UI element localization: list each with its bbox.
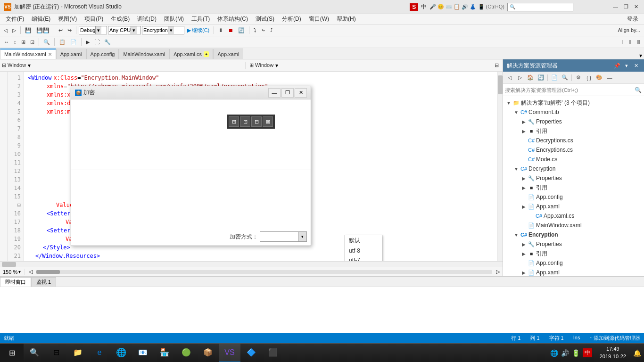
tab-app-xaml-cs[interactable]: App.xaml.cs ●	[169, 49, 213, 59]
taskbar-vs[interactable]: VS	[219, 344, 240, 362]
tray-battery[interactable]: 🔋	[572, 349, 580, 357]
cp-toggle[interactable]: ▶	[520, 119, 528, 124]
status-add-source[interactable]: ↑ 添加到源代码管理器	[589, 335, 640, 342]
restore-button[interactable]: ❐	[622, 2, 630, 12]
menu-view[interactable]: 视图(V)	[54, 14, 81, 24]
vertical-scrollbar[interactable]	[497, 72, 503, 261]
decr-toggle[interactable]: ▼	[512, 166, 520, 172]
ime-search[interactable]: 🔍	[507, 3, 573, 11]
decr-properties[interactable]: ▶ 🔧 Properties	[503, 173, 644, 183]
se-home[interactable]: 🏠	[526, 73, 535, 82]
restart-btn[interactable]: 🔄	[236, 25, 247, 35]
decr-mainwindow[interactable]: 📄 MainWindow.xaml	[503, 221, 644, 230]
scroll-thumb[interactable]	[498, 75, 503, 94]
ep-toggle[interactable]: ▶	[520, 242, 528, 247]
encr-appxaml[interactable]: ▶ 📄 App.xaml	[503, 268, 644, 276]
solution-search-input[interactable]	[505, 87, 634, 93]
taskbar-app4[interactable]: 🏪	[154, 344, 175, 362]
taskbar-taskview[interactable]: ⊟	[45, 344, 67, 362]
tray-network[interactable]: 🌐	[550, 349, 558, 357]
menu-build[interactable]: 生成(B)	[107, 14, 133, 24]
panel-menu[interactable]: ▾	[622, 61, 631, 70]
dropdown-item-default[interactable]: 默认	[345, 235, 382, 246]
debug-config-combo[interactable]: Debug ▾	[79, 26, 107, 34]
close-button[interactable]: ✕	[632, 2, 640, 12]
tab-mainwindow-xaml[interactable]: MainWindow.xaml ✕	[0, 49, 56, 59]
tab-app-xaml-2[interactable]: App.xaml	[213, 49, 243, 59]
preview-minimize[interactable]: —	[268, 88, 281, 98]
taskbar-explorer[interactable]: 📁	[67, 344, 89, 362]
decryptions-cs[interactable]: C# Decryptions.cs	[503, 136, 644, 145]
back-btn[interactable]: ◁	[2, 25, 9, 35]
zoom-down[interactable]: ▾	[18, 269, 21, 274]
tb2-11[interactable]: Ⅰ	[619, 37, 625, 47]
se-refresh[interactable]: 🔄	[536, 73, 545, 82]
menu-tools[interactable]: 工具(T)	[188, 14, 214, 24]
decr-appconfig[interactable]: 📄 App.config	[503, 192, 644, 202]
tb2-7[interactable]: 📄	[68, 37, 79, 47]
root-toggle[interactable]: ▼	[505, 100, 512, 106]
h-scroll-right[interactable]: ▷	[496, 269, 500, 275]
taskbar-search[interactable]: 🔍	[24, 344, 45, 362]
search-icon[interactable]: 🔍	[634, 86, 642, 94]
cpu-config-arrow[interactable]: ▾	[131, 26, 137, 34]
dax-toggle[interactable]: ▶	[520, 204, 528, 209]
run-btn[interactable]: ▶ 继续(C)	[185, 25, 211, 35]
tab-mainwindow-xaml-2[interactable]: MainWindow.xaml	[119, 49, 169, 59]
tb2-13[interactable]: Ⅲ	[635, 37, 642, 47]
menu-edit[interactable]: 编辑(E)	[28, 14, 54, 24]
tab-watch[interactable]: 监视 1	[31, 277, 56, 287]
se-view-code[interactable]: { }	[584, 73, 594, 82]
cpu-config-combo[interactable]: Any CPU ▾	[108, 26, 141, 34]
se-scope[interactable]: —	[605, 73, 614, 82]
step-into[interactable]: ⤷	[259, 25, 267, 35]
commonlib-refs[interactable]: ▶ ■ 引用	[503, 126, 644, 136]
menu-window[interactable]: 窗口(W)	[305, 14, 333, 24]
taskbar-app8[interactable]: ⬛	[262, 344, 284, 362]
encr-refs[interactable]: ▶ ■ 引用	[503, 249, 644, 258]
dp-toggle[interactable]: ▶	[520, 176, 528, 181]
tb2-9[interactable]: ⛶	[92, 37, 101, 47]
dropdown-item-utf7[interactable]: utf-7	[345, 255, 382, 261]
h-scroll-track[interactable]	[36, 270, 492, 274]
minimize-button[interactable]: —	[611, 2, 620, 12]
commonlib-properties[interactable]: ▶ 🔧 Properties	[503, 117, 644, 126]
taskbar-chrome[interactable]: 🌐	[110, 344, 132, 362]
h-scroll-thumb[interactable]	[2, 262, 16, 267]
decr-appxamlcs[interactable]: C# App.xaml.cs	[503, 211, 644, 221]
save-btn[interactable]: 💾	[23, 25, 33, 35]
tb2-8[interactable]: ▶	[84, 37, 91, 47]
design-btn-4[interactable]: ⊠	[263, 116, 273, 127]
se-props[interactable]: ⚙	[574, 73, 583, 82]
encr-properties[interactable]: ▶ 🔧 Properties	[503, 239, 644, 249]
tb2-10[interactable]: 🔧	[102, 37, 113, 47]
save-all-btn[interactable]: 💾💾	[34, 25, 51, 35]
tab-app-xaml-1[interactable]: App.xaml	[56, 49, 86, 59]
ime-icon[interactable]: S	[410, 3, 418, 11]
tb2-1[interactable]: ↔	[2, 37, 11, 47]
system-clock[interactable]: 17:49 2019-10-22	[596, 346, 630, 360]
undo-btn[interactable]: ↩	[57, 25, 65, 35]
design-btn-3[interactable]: ⊟	[251, 116, 262, 127]
taskbar-app6[interactable]: 📦	[197, 344, 219, 362]
dropdown-item-utf8[interactable]: utf-8	[345, 246, 382, 255]
menu-file[interactable]: 文件(F)	[2, 14, 28, 24]
mode-cs[interactable]: C# Mode.cs	[503, 155, 644, 164]
preview-restore[interactable]: ❐	[281, 88, 294, 98]
tab-close-mainwindow[interactable]: ✕	[48, 52, 52, 57]
login-btn[interactable]: 登录	[623, 14, 642, 24]
fwd-btn[interactable]: ▷	[10, 25, 18, 35]
encr-appconfig[interactable]: 📄 App.config	[503, 258, 644, 268]
menu-help[interactable]: 帮助(H)	[333, 14, 360, 24]
redo-btn[interactable]: ↪	[66, 25, 74, 35]
horizontal-scrollbar[interactable]	[0, 261, 503, 267]
tray-volume[interactable]: 🔊	[561, 349, 569, 357]
menu-arch[interactable]: 体系结构(C)	[214, 14, 252, 24]
decr-appxaml[interactable]: ▶ 📄 App.xaml	[503, 202, 644, 211]
split-editor-btn[interactable]: ⊟	[493, 61, 501, 70]
tb2-6[interactable]: 📋	[57, 37, 67, 47]
se-filter[interactable]: 🔍	[560, 73, 570, 82]
stop-btn[interactable]: ⏹	[226, 25, 235, 35]
tray-ime[interactable]: 中	[583, 348, 592, 357]
cr-toggle[interactable]: ▶	[520, 129, 528, 134]
